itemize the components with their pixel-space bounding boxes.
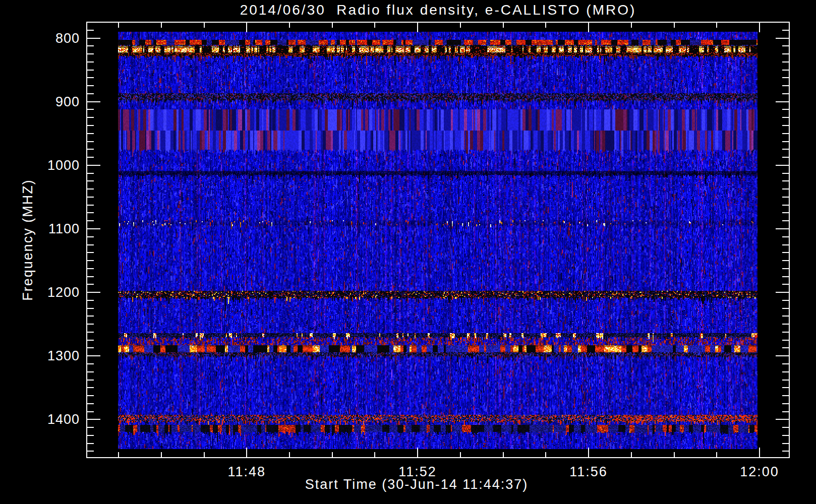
y-axis-tick-left: [87, 284, 94, 285]
y-axis-tick-right: [782, 451, 789, 452]
y-axis-tick-right: [776, 38, 789, 39]
y-axis-tick-right: [782, 244, 789, 245]
y-axis-tick-right: [782, 125, 789, 126]
y-axis-tick-right: [782, 371, 789, 372]
y-axis-tick-right: [782, 173, 789, 174]
y-axis-tick-left: [87, 332, 94, 333]
y-axis-tick-right: [782, 427, 789, 428]
y-axis-tick-left: [87, 387, 94, 388]
y-axis-tick-right: [782, 85, 789, 86]
y-axis-tick-left: [87, 125, 94, 126]
y-axis-tick-left: [87, 300, 94, 301]
y-axis-tick-right: [782, 45, 789, 46]
y-axis-tick-left: [87, 70, 94, 71]
y-axis-tick-right: [782, 340, 789, 341]
y-axis-tick-right: [782, 252, 789, 253]
y-axis-tick-right: [782, 443, 789, 444]
x-axis-tick-bottom: [332, 452, 333, 457]
y-axis-tick-right: [776, 355, 789, 356]
x-axis-tick-bottom: [759, 448, 760, 457]
y-axis-tick-left: [87, 205, 94, 206]
x-axis-tick-top: [631, 23, 632, 28]
y-axis-tick-left: [87, 443, 94, 444]
x-axis-tick-bottom: [374, 452, 375, 457]
y-axis-tick-right: [782, 197, 789, 198]
y-axis-tick-left: [87, 30, 94, 31]
y-axis-tick-left: [87, 252, 94, 253]
y-axis-tick-right: [782, 347, 789, 348]
y-axis-tick-right: [782, 395, 789, 396]
y-axis-tick-right: [782, 157, 789, 158]
y-axis-tick-left: [87, 380, 94, 381]
y-axis-tick-left: [87, 236, 94, 237]
y-axis-tick-right: [782, 268, 789, 269]
y-axis-tick-right: [782, 300, 789, 301]
y-axis-tick-left: [87, 355, 100, 356]
y-axis-tick-right: [782, 61, 789, 62]
y-axis-tick-right: [782, 260, 789, 261]
y-axis-tick-right: [782, 363, 789, 364]
y-axis-tick-left: [87, 347, 94, 348]
x-axis-tick-bottom: [503, 452, 504, 457]
y-axis-tick-left: [87, 85, 94, 86]
spectrogram-page: 2014/06/30 Radio flux density, e-CALLIST…: [0, 0, 816, 504]
x-axis-tick-top: [503, 23, 504, 28]
y-axis-tick-right: [782, 188, 789, 190]
y-axis-title: Frequency (MHZ): [20, 179, 36, 301]
y-axis-tick-right: [782, 53, 789, 54]
y-axis-tick-right: [782, 435, 789, 436]
y-axis-tick-left: [87, 451, 94, 452]
y-axis-tick-right: [782, 387, 789, 388]
y-axis-tick-right: [782, 205, 789, 206]
x-axis-tick-bottom: [417, 448, 418, 457]
y-axis-tick-left: [87, 180, 94, 181]
x-tick-label: 11:52: [377, 465, 458, 479]
x-tick-label: 12:00: [719, 465, 800, 479]
y-axis-tick-right: [776, 101, 789, 102]
x-tick-label: 11:48: [206, 465, 287, 479]
x-axis-tick-bottom: [588, 448, 589, 457]
y-axis-tick-right: [782, 117, 789, 118]
y-axis-tick-left: [87, 427, 94, 428]
x-axis-tick-top: [332, 23, 333, 28]
x-axis-tick-top: [588, 23, 589, 32]
y-axis-tick-left: [87, 45, 94, 46]
y-axis-tick-right: [782, 284, 789, 285]
x-axis-tick-top: [460, 23, 461, 28]
x-axis-tick-top: [545, 23, 546, 28]
y-axis-tick-left: [87, 141, 94, 142]
y-axis-tick-left: [87, 395, 94, 396]
y-axis-tick-left: [87, 260, 94, 261]
y-axis-tick-right: [782, 141, 789, 142]
y-axis-tick-left: [87, 61, 94, 62]
y-axis-tick-left: [87, 188, 94, 190]
y-axis-tick-right: [782, 411, 789, 412]
x-axis-tick-top: [204, 23, 205, 28]
y-axis-tick-left: [87, 228, 100, 229]
y-axis-tick-left: [87, 101, 100, 102]
y-axis-tick-right: [782, 380, 789, 381]
x-axis-tick-bottom: [289, 452, 290, 457]
y-axis-tick-left: [87, 276, 94, 277]
y-axis-tick-right: [776, 292, 789, 293]
y-axis-tick-left: [87, 340, 94, 341]
y-axis-tick-left: [87, 308, 94, 309]
x-axis-tick-top: [716, 23, 717, 28]
y-axis-tick-left: [87, 157, 94, 158]
y-axis-tick-right: [782, 220, 789, 221]
y-axis-tick-right: [782, 109, 789, 110]
x-axis-tick-top: [246, 23, 247, 32]
y-axis-tick-left: [87, 268, 94, 269]
x-axis-tick-bottom: [545, 452, 546, 457]
y-axis-tick-left: [87, 38, 100, 39]
y-axis-tick-right: [782, 236, 789, 237]
y-axis-tick-right: [776, 419, 789, 420]
y-axis-tick-left: [87, 109, 94, 110]
x-axis-tick-top: [759, 23, 760, 32]
y-axis-tick-left: [87, 117, 94, 118]
y-tick-label: 800: [19, 31, 80, 46]
plot-frame: [86, 22, 790, 458]
y-axis-tick-left: [87, 419, 100, 420]
y-axis-tick-left: [87, 371, 94, 372]
y-axis-tick-left: [87, 165, 100, 166]
